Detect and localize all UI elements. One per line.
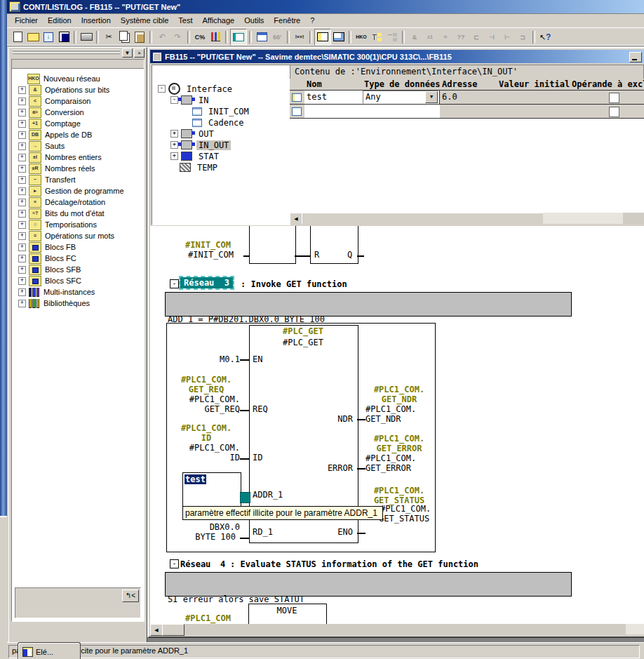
- scrollbar-thumb[interactable]: [162, 624, 185, 636]
- menu-?[interactable]: ?: [305, 15, 319, 26]
- network3-title-selected[interactable]: Réseau 3: [180, 277, 233, 288]
- ladder-box[interactable]: [249, 226, 296, 264]
- interface-tree-item-in_out[interactable]: +IN_OUT: [170, 140, 231, 150]
- expand-plus-icon[interactable]: +: [18, 86, 26, 94]
- column-header-type[interactable]: Type de données: [362, 79, 442, 91]
- menu-fichier[interactable]: Fichier: [10, 15, 43, 26]
- network4-label[interactable]: Réseau: [180, 559, 210, 569]
- palette-item-fc-blocks[interactable]: +Blocs FC: [13, 253, 143, 264]
- interface-tree-item-cadence[interactable]: Cadence: [183, 117, 246, 128]
- menu-edition[interactable]: Edition: [43, 15, 76, 26]
- type-dropdown-button[interactable]: ▼: [425, 91, 438, 103]
- detail-window-button[interactable]: [331, 29, 347, 45]
- expand-plus-icon[interactable]: +: [18, 98, 26, 105]
- expand-icon[interactable]: +: [170, 130, 178, 138]
- open-button[interactable]: [25, 29, 41, 45]
- palette-item-multi-instances[interactable]: +Multi-instances: [13, 286, 143, 298]
- scroll-left-arrow[interactable]: ◀: [150, 624, 163, 636]
- scrollbar-track-light[interactable]: [626, 624, 644, 634]
- save-button[interactable]: [56, 29, 72, 45]
- block-name[interactable]: #PLC_GET: [249, 338, 357, 347]
- palette-item-shift-rotate[interactable]: +»Décalage/rotation: [13, 197, 143, 208]
- expand-plus-icon[interactable]: +: [18, 221, 26, 229]
- operand-rd1[interactable]: DBX0.0: [177, 522, 240, 532]
- column-header-operande[interactable]: Opérande à excl: [570, 79, 644, 91]
- palette-tab-el[interactable]: Elé...: [18, 642, 81, 659]
- expand-plus-icon[interactable]: +: [18, 187, 26, 195]
- expand-icon[interactable]: -: [170, 96, 178, 104]
- cell-type[interactable]: [362, 105, 442, 119]
- palette-item-word-logic[interactable]: +=Opérations sur mots: [13, 230, 143, 241]
- print-button[interactable]: [79, 29, 94, 45]
- operand-id[interactable]: #PLC1_COM.: [177, 443, 240, 453]
- network4-description[interactable]: : Evaluate STATUS information of the GET…: [230, 559, 478, 569]
- network4-comment[interactable]: SI erreur alors save STATUT: [165, 572, 572, 597]
- expand-plus-icon[interactable]: +: [18, 165, 26, 173]
- declaration-scrollbar[interactable]: ◀: [290, 213, 644, 224]
- download-button[interactable]: ↓: [41, 29, 56, 45]
- menu-insertion[interactable]: Insertion: [76, 15, 116, 26]
- palette-item-real-math[interactable]: +±RNombres réels: [13, 163, 143, 174]
- operand-en[interactable]: M0.1: [177, 354, 240, 364]
- expand-icon[interactable]: +: [170, 141, 178, 149]
- insert-element-button[interactable]: ↰<: [122, 590, 139, 602]
- palette-item-transfer[interactable]: +~Transfert: [13, 174, 143, 185]
- operand-status[interactable]: #PLC1_COM.: [380, 504, 431, 514]
- copy-button[interactable]: [116, 29, 132, 45]
- code-scrollbar[interactable]: ◀: [150, 624, 644, 634]
- expand-icon[interactable]: -: [158, 85, 166, 93]
- type-dropdown[interactable]: Any ▼: [363, 91, 438, 104]
- cell-nom[interactable]: test: [304, 91, 364, 105]
- operand-rd1[interactable]: BYTE 100: [173, 532, 236, 542]
- palette-item-fb-blocks[interactable]: +Blocs FB: [13, 241, 143, 253]
- network4-collapse-button[interactable]: -: [170, 559, 179, 568]
- operand-ndr[interactable]: GET_NDR: [365, 414, 401, 424]
- interface-tree-item-in[interactable]: -IN: [170, 95, 210, 105]
- comparison-limits-button[interactable]: !«»!: [292, 29, 307, 45]
- operand-error[interactable]: GET_ERROR: [365, 463, 411, 473]
- network3-description[interactable]: : Invoke GET function: [241, 279, 347, 289]
- program-elements-button[interactable]: [369, 29, 384, 45]
- operand-ndr[interactable]: #PLC1_COM.: [365, 404, 416, 414]
- expand-plus-icon[interactable]: +: [18, 199, 26, 206]
- menu-outils[interactable]: Outils: [239, 15, 269, 26]
- network3-collapse-button[interactable]: -: [170, 279, 179, 288]
- expand-plus-icon[interactable]: +: [18, 244, 26, 251]
- cut-button[interactable]: ✂: [101, 29, 116, 45]
- expand-plus-icon[interactable]: +: [18, 109, 26, 117]
- program-status-button[interactable]: [208, 29, 223, 45]
- expand-plus-icon[interactable]: +: [18, 176, 26, 184]
- column-header-nom[interactable]: Nom: [304, 79, 364, 91]
- symbolic-representation-button[interactable]: [230, 29, 247, 46]
- expand-plus-icon[interactable]: +: [18, 210, 26, 218]
- palette-item-db-call[interactable]: +DBAppels de DB: [13, 129, 143, 140]
- column-header-adresse[interactable]: Adresse: [440, 79, 499, 91]
- operand-init-com[interactable]: #INIT_COM: [188, 250, 234, 260]
- cell-nom[interactable]: [304, 105, 364, 119]
- network3-comment[interactable]: ADD_1 = P#DB201.DBX0.0 BYTE 100 RD_1 = P…: [165, 292, 572, 317]
- operand-req[interactable]: GET_REQ: [177, 404, 240, 414]
- operand-status[interactable]: GET_STATUS: [379, 514, 429, 524]
- operande-checkbox[interactable]: [609, 107, 619, 117]
- palette-item-program-control[interactable]: +▸Gestion de programme: [13, 185, 143, 197]
- interface-tree-item-interface[interactable]: -Interface: [158, 84, 234, 94]
- palette-item-convert[interactable]: +a≈Conversion: [13, 107, 143, 118]
- menu-test[interactable]: Test: [173, 15, 197, 26]
- scroll-left-arrow[interactable]: ◀: [290, 213, 302, 224]
- network4-number[interactable]: 4: [220, 559, 225, 569]
- expand-plus-icon[interactable]: +: [18, 232, 26, 240]
- new-network-button[interactable]: HKO: [354, 29, 369, 45]
- scrollbar-track-light[interactable]: [543, 213, 623, 224]
- palette-item-compare[interactable]: +<Comparaison: [13, 95, 143, 107]
- expand-plus-icon[interactable]: +: [18, 266, 26, 274]
- symbol-information-button[interactable]: [254, 29, 269, 45]
- expand-plus-icon[interactable]: +: [18, 300, 26, 307]
- palette-item-new-network[interactable]: HKONouveau réseau: [13, 73, 143, 84]
- palette-grip[interactable]: [13, 50, 120, 55]
- palette-item-libraries[interactable]: +Bibliothèques: [13, 298, 143, 309]
- palette-item-counter[interactable]: ++1Comptage: [13, 118, 143, 129]
- interface-tree-item-out[interactable]: +OUT: [170, 128, 216, 139]
- addr1-connection-marker[interactable]: [240, 492, 250, 503]
- operand-id[interactable]: ID: [177, 453, 240, 462]
- palette-item-timers[interactable]: +○Temporisations: [13, 219, 143, 230]
